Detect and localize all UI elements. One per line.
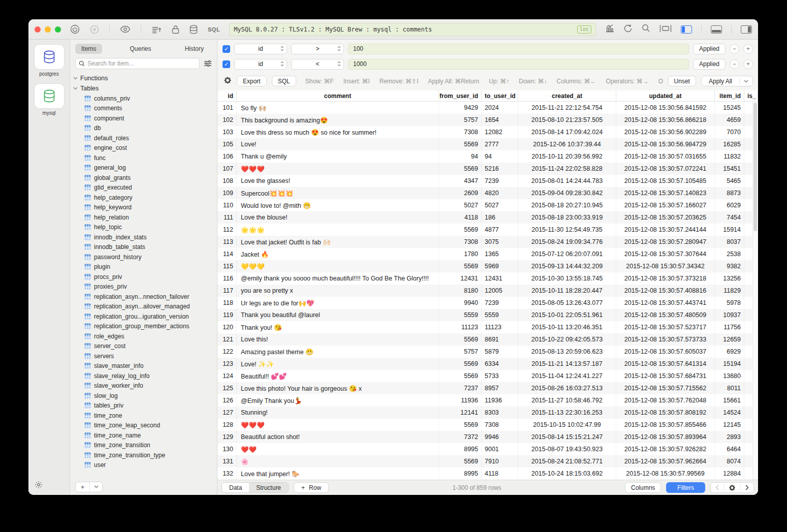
cell-updated-at[interactable]: 2015-12-08 15:30:57.893964 <box>616 431 715 443</box>
table-list-item[interactable]: role_edges <box>73 331 217 341</box>
cell-id[interactable]: 109 <box>217 187 237 199</box>
cell-to-user-id[interactable]: 186 <box>482 211 518 224</box>
table-row[interactable]: 123 Love! ✨✨ 5569 6334 2015-11-21 14:13:… <box>217 358 758 370</box>
page-settings-gear-icon[interactable] <box>724 484 740 491</box>
table-row[interactable]: 131 🌸 5569 7910 2015-08-24 21:08:52.771 … <box>217 455 758 467</box>
cell-from-user-id[interactable]: 5569 <box>439 455 482 467</box>
cell-created-at[interactable]: 2015-11-21 14:13:57.187 <box>518 358 616 370</box>
cell-id[interactable]: 121 <box>217 333 237 346</box>
cell-to-user-id[interactable]: 11123 <box>482 321 518 333</box>
table-list-item[interactable]: help_keyword <box>73 203 217 213</box>
filter-applied-button[interactable]: Applied <box>693 44 726 54</box>
cell-from-user-id[interactable]: 5569 <box>439 333 482 346</box>
cell-to-user-id[interactable]: 9946 <box>482 431 518 443</box>
toggle-bottom-panel-button[interactable] <box>711 25 722 34</box>
table-list-item[interactable]: general_log <box>73 163 217 173</box>
columns-button[interactable]: Columns <box>625 482 661 493</box>
cell-to-user-id[interactable]: 12082 <box>482 126 518 138</box>
cell-comment[interactable]: Thank you! 😘 <box>237 321 439 333</box>
log-icon[interactable] <box>151 25 162 34</box>
cell-item-id[interactable]: 8037 <box>715 236 744 248</box>
cell-created-at[interactable]: 2015-10-01 22:05:51.961 <box>518 309 616 321</box>
column-header-from-user-id[interactable]: from_user_id <box>439 90 482 101</box>
postgres-card[interactable] <box>35 45 64 69</box>
table-list-item[interactable]: help_relation <box>73 212 217 223</box>
cell-id[interactable]: 107 <box>217 163 237 175</box>
tab-items[interactable]: Items <box>75 44 102 54</box>
filter-sliders-icon[interactable] <box>204 60 212 67</box>
cell-updated-at[interactable]: 2015-12-08 15:30:57.408816 <box>616 285 715 297</box>
table-list-item[interactable]: columns_priv <box>73 93 217 104</box>
table-list-item[interactable]: help_category <box>73 193 217 203</box>
column-header-item-id[interactable]: item_id <box>715 90 744 101</box>
cell-item-id[interactable]: 7070 <box>715 126 744 138</box>
eye-icon[interactable] <box>120 25 131 33</box>
cell-comment[interactable]: Love! <box>237 138 439 150</box>
cell-item-id[interactable]: 8873 <box>715 187 744 199</box>
cell-item-id[interactable]: 15661 <box>715 394 744 406</box>
tab-data[interactable]: Data <box>222 483 249 492</box>
cell-from-user-id[interactable]: 5027 <box>439 199 482 211</box>
cell-from-user-id[interactable]: 2609 <box>439 187 482 199</box>
cell-comment[interactable]: Thank you beautiful @laurel <box>237 309 439 321</box>
cell-comment[interactable]: Would love to! @mith 😁 <box>237 199 439 211</box>
cell-comment[interactable]: Love this dress so much 😍 so nice for su… <box>237 126 439 138</box>
cell-from-user-id[interactable]: 5757 <box>439 346 482 358</box>
table-list-item[interactable]: password_history <box>73 252 217 262</box>
cell-updated-at[interactable]: 2015-12-08 15:30:57.962664 <box>616 455 715 467</box>
cell-item-id[interactable]: 5978 <box>715 297 744 309</box>
cell-item-id[interactable]: 5465 <box>715 175 744 187</box>
cell-from-user-id[interactable]: 8995 <box>439 467 482 480</box>
cell-item-id[interactable]: 8011 <box>715 382 744 394</box>
cell-created-at[interactable]: 2015-08-26 16:03:27.513 <box>518 382 616 394</box>
cell-id[interactable]: 119 <box>217 309 237 321</box>
cell-from-user-id[interactable]: 12141 <box>439 406 482 419</box>
cell-created-at[interactable]: 2015-09-04 09:28:30.842 <box>518 187 616 199</box>
table-row[interactable]: 107 ❤️❤️❤️ 5569 5216 2015-11-24 22:02:58… <box>217 163 758 175</box>
filter-operator-select[interactable]: > <box>291 44 344 54</box>
cell-updated-at[interactable]: 2015-12-08 15:30:57.808192 <box>616 406 715 419</box>
cell-from-user-id[interactable]: 4118 <box>439 211 482 224</box>
cell-item-id[interactable]: 6029 <box>715 199 744 211</box>
table-list-item[interactable]: slave_relay_log_info <box>73 371 217 381</box>
remove-filter-button[interactable]: − <box>730 44 739 54</box>
cell-created-at[interactable]: 2015-10-22 09:42:05.573 <box>518 333 616 346</box>
search-icon[interactable] <box>642 24 650 35</box>
cell-item-id[interactable]: 15451 <box>715 163 744 175</box>
cell-created-at[interactable]: 2015-08-01 14:24:44.783 <box>518 175 616 187</box>
cell-item-id[interactable]: 12145 <box>715 419 744 431</box>
filter-checkbox[interactable]: ✓ <box>223 45 230 53</box>
cell-from-user-id[interactable]: 9429 <box>439 102 482 114</box>
cell-to-user-id[interactable]: 6334 <box>482 358 518 370</box>
table-list-item[interactable]: user <box>73 460 217 471</box>
cell-item-id[interactable]: 12884 <box>715 467 744 480</box>
table-row[interactable]: 119 Thank you beautiful @laurel 5559 555… <box>217 309 758 321</box>
table-list-item[interactable]: time_zone_name <box>73 430 217 441</box>
table-list-item[interactable]: time_zone_leap_second <box>73 421 217 431</box>
table-row[interactable]: 113 Love that jacket! Outfit is fab 🙌🏻 7… <box>217 236 758 248</box>
cell-updated-at[interactable]: 2015-12-08 15:30:57.762048 <box>616 394 715 406</box>
cell-id[interactable]: 103 <box>217 126 237 138</box>
cell-to-user-id[interactable]: 4877 <box>482 224 518 236</box>
table-row[interactable]: 122 Amazing pastel theme 😬 5757 5879 201… <box>217 346 758 358</box>
cell-item-id[interactable]: 15194 <box>715 358 744 370</box>
cell-from-user-id[interactable]: 8180 <box>439 285 482 297</box>
cell-updated-at[interactable]: 2015-12-08 15:30:57.373218 <box>616 272 715 285</box>
table-row[interactable]: 129 Beautiful action shot! 7372 9946 201… <box>217 431 758 443</box>
cell-comment[interactable]: Stunning! <box>237 406 439 419</box>
column-header-updated-at[interactable]: updated_at <box>616 90 715 101</box>
apply-all-button[interactable]: Apply All <box>701 76 753 86</box>
minimize-window-button[interactable] <box>45 26 51 33</box>
cell-comment[interactable]: Beautiful action shot! <box>237 431 439 443</box>
cell-to-user-id[interactable]: 5969 <box>482 260 518 272</box>
cell-id[interactable]: 124 <box>217 370 237 382</box>
cell-from-user-id[interactable]: 94 <box>439 150 482 163</box>
cell-created-at[interactable]: 2015-08-14 15:15:21.247 <box>518 431 616 443</box>
cell-comment[interactable]: Love that jumper! 🐎 <box>237 467 439 480</box>
cell-from-user-id[interactable]: 5559 <box>439 309 482 321</box>
cell-comment[interactable]: Supercool💥💥💥 <box>237 187 439 199</box>
cell-comment[interactable]: Amazing pastel theme 😬 <box>237 346 439 358</box>
cell-item-id[interactable]: 4659 <box>715 114 744 126</box>
cell-to-user-id[interactable]: 4820 <box>482 187 518 199</box>
remove-filter-button[interactable]: − <box>730 59 739 69</box>
